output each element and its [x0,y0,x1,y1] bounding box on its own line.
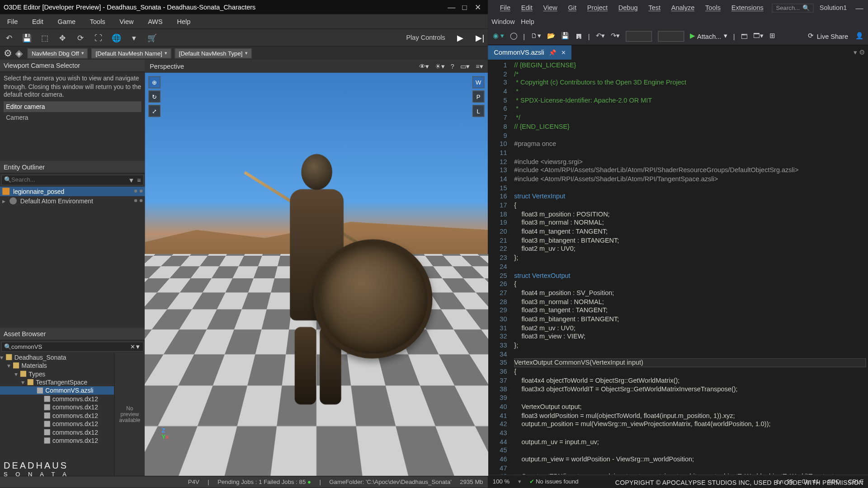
vs-search[interactable]: Search... 🔍 [772,3,813,12]
vs-menu-file[interactable]: File [497,4,513,11]
menu-view[interactable]: View [113,18,141,25]
menu-help[interactable]: Help [170,18,198,25]
camera-item-editor[interactable]: Editor camera [4,101,142,112]
vp-expand-icon[interactable]: ⤢ [149,105,160,117]
vp-menu-icon[interactable]: ≡▾ [476,62,483,70]
saveall-icon[interactable]: 🖪 [576,33,582,40]
vs-menu-edit[interactable]: Edit [519,4,535,11]
menu-file[interactable]: File [0,18,25,25]
vs-menu-window[interactable]: Window [491,18,515,25]
issues[interactable]: No issues found [529,478,579,485]
new-icon[interactable]: 🗋▾ [531,32,541,40]
tab-commonvs[interactable]: CommonVS.azsli 📌 ✕ [488,45,571,60]
rotate-icon[interactable]: ⟳ [75,32,86,43]
vs-menu-analyze[interactable]: Analyze [669,4,697,11]
vp-aspect-icon[interactable]: ▭▾ [460,62,470,70]
navmesh-dbg-select[interactable]: NavMesh Dbg Off [28,48,88,58]
vs-solution[interactable]: Solution1 [820,4,847,11]
pin-icon[interactable]: 📌 [549,49,556,56]
save-icon[interactable]: 💾 [561,32,569,40]
tb-icon[interactable]: 🗔 [741,33,748,40]
tab-options-icon[interactable]: ▾ ⚙ [854,49,865,56]
viewport-3d[interactable]: ⊕ ↻ ⤢ W P L ZYx [145,73,488,476]
asset-tree-item[interactable]: ▾Deadhaus_Sonata [0,353,114,361]
nav-icon2[interactable]: ◈ [15,47,24,59]
status-p4[interactable]: P4V [188,479,199,485]
asset-tree-item[interactable]: commonvs.dx12 [0,404,114,412]
back-icon[interactable]: ◉ ▾ [493,32,504,40]
camera-item-camera[interactable]: Camera [4,112,142,123]
asset-tree-item[interactable]: ▾Types [0,370,114,378]
globe-icon[interactable]: 🌐 [111,32,122,43]
play-icon[interactable]: ▶ [457,33,464,42]
attach-button[interactable]: Attach... ▾ [690,32,727,40]
navmesh-type-select[interactable]: [Default NavMesh Type] [175,48,252,58]
vp-eye-icon[interactable]: 👁▾ [419,62,429,70]
vs-menu-test[interactable]: Test [646,4,663,11]
menu-icon[interactable]: ≡ [137,176,141,183]
asset-search[interactable]: 🔍 ✕ ▼ [1,342,144,352]
undo-icon[interactable]: ↶ [4,32,14,43]
live-share[interactable]: ⟳ Live Share 👤 [808,32,864,40]
minimize-icon[interactable]: — [445,3,458,12]
asset-tree-item[interactable]: CommonVS.azsli [0,387,114,395]
vs-menu-tools[interactable]: Tools [703,4,723,11]
maximize-icon[interactable]: □ [458,3,471,12]
vs-menu-git[interactable]: Git [566,4,579,11]
filter-icon[interactable]: ▼ [128,176,134,183]
fwd-icon[interactable]: ◯ [510,32,517,40]
save-icon[interactable]: 💾 [21,32,32,43]
vp-p-btn[interactable]: P [472,91,484,103]
asset-tree-item[interactable]: ▾Materials [0,361,114,370]
close-icon[interactable]: ✕ [471,3,484,12]
vp-w-btn[interactable]: W [472,76,484,88]
clear-icon[interactable]: ✕ [130,344,135,351]
asset-tree-item[interactable]: ▾TestTangentSpace [0,378,114,386]
asset-tree-item[interactable]: commonvs.dx12 [0,428,114,436]
vs-menu-project[interactable]: Project [585,4,610,11]
vp-move-icon[interactable]: ⊕ [149,76,160,88]
select-icon[interactable]: ⬚ [39,32,50,43]
open-icon[interactable]: 📂 [547,32,555,40]
close-tab-icon[interactable]: ✕ [561,49,566,56]
vs-menu-view[interactable]: View [541,4,560,11]
vs-menu-help[interactable]: Help [521,18,534,25]
vp-l-btn[interactable]: L [472,105,484,117]
tb-icon[interactable]: ⊞ [769,32,775,40]
filter-icon[interactable]: ▼ [135,344,141,351]
outliner-search-input[interactable] [11,177,128,183]
cart-icon[interactable]: 🛒 [147,32,158,43]
menu-game[interactable]: Game [51,18,83,25]
menu-edit[interactable]: Edit [25,18,51,25]
scale-icon[interactable]: ⛶ [93,32,104,43]
redo-icon[interactable]: ↷▾ [611,32,620,40]
menu-aws[interactable]: AWS [141,18,170,25]
snap-icon[interactable]: ▾ [129,32,140,43]
config-select[interactable] [626,31,652,42]
zoom[interactable]: 100 % [493,478,509,485]
entity-row-environment[interactable]: ▸ Default Atom Environment [0,196,145,206]
undo-icon[interactable]: ↶▾ [596,32,605,40]
vs-menu-extensions[interactable]: Extensions [729,4,766,11]
vs-editor[interactable]: 1234567891011121314151617181920212223242… [488,60,868,474]
asset-tree-item[interactable]: commonvs.dx12 [0,436,114,445]
entity-row-legionnaire[interactable]: legionnaire_posed [0,187,145,196]
outliner-search[interactable]: 🔍 ▼≡ [1,174,144,185]
nav-icon[interactable]: ⚙ [4,47,12,59]
vp-sun-icon[interactable]: ☀▾ [435,62,444,70]
menu-tools[interactable]: Tools [83,18,113,25]
asset-tree[interactable]: ▾Deadhaus_Sonata▾Materials▾Types▾TestTan… [0,353,114,476]
tb-icon[interactable]: 🗖▾ [753,32,763,40]
asset-tree-item[interactable]: commonvs.dx12 [0,420,114,428]
vs-menu-debug[interactable]: Debug [616,4,640,11]
asset-search-input[interactable] [11,344,130,351]
move-icon[interactable]: ✥ [57,32,68,43]
play-next-icon[interactable]: ▶| [476,33,484,42]
vp-help-icon[interactable]: ? [451,62,454,70]
vp-orbit-icon[interactable]: ↻ [149,91,160,103]
asset-tree-item[interactable]: commonvs.dx12 [0,395,114,403]
navmesh-name-select[interactable]: [Default NavMesh Name] [91,48,171,58]
platform-select[interactable] [658,31,684,42]
asset-tree-item[interactable]: commonvs.dx12 [0,412,114,420]
minimize-icon[interactable]: — [853,3,866,12]
